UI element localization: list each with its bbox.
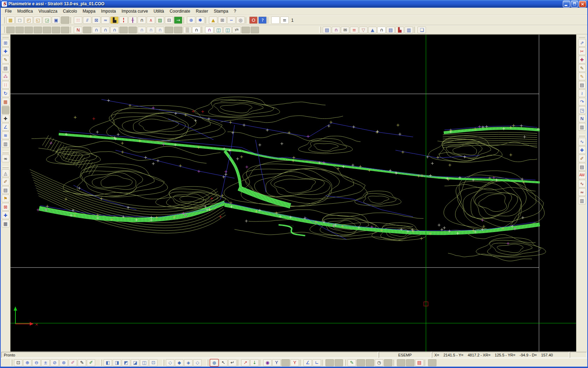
squiggle-add-button[interactable]: ∿ xyxy=(578,180,586,188)
page-add-button[interactable]: ◳ xyxy=(578,106,586,114)
menu-mappa[interactable]: Mappa xyxy=(80,8,98,15)
view-cube-3-button[interactable]: ◩ xyxy=(122,359,130,366)
notepad-2-button[interactable]: ▤ xyxy=(578,163,586,171)
arch-plain-button[interactable]: ∩ xyxy=(110,27,119,33)
measure-drop-button[interactable]: ↓ xyxy=(250,359,259,366)
menu-coordinate[interactable]: Coordinate xyxy=(167,8,193,15)
arch-purple-box-button[interactable]: ∩ xyxy=(205,27,214,33)
view-diamond-1-button[interactable]: ◇ xyxy=(166,359,174,366)
tombstone-button[interactable]: ∩ xyxy=(192,27,201,33)
calc-notes-2-button[interactable]: ▥ xyxy=(578,197,586,204)
view-diamond-4-button[interactable]: ◇ xyxy=(193,359,202,366)
zoom-window-button[interactable]: ⊡ xyxy=(14,359,22,366)
envelope-arch-button[interactable]: ✉ xyxy=(341,27,349,33)
section-marks-button[interactable]: ╏ xyxy=(119,16,128,24)
color-swatch-button[interactable] xyxy=(271,16,280,24)
edit-polygons-button[interactable]: ⊠ xyxy=(92,16,100,24)
yx-ratio-button[interactable]: y/x xyxy=(232,27,241,33)
rotate-button[interactable]: ↻ xyxy=(2,89,9,97)
stacked-papers-button[interactable]: ❏ xyxy=(418,27,426,33)
minimize-button[interactable] xyxy=(563,1,570,7)
text-strike-button[interactable]: AW xyxy=(578,171,586,179)
curve-tool-button[interactable]: ≀ xyxy=(578,89,586,97)
restore-button[interactable] xyxy=(571,1,578,7)
edit-pencil-button[interactable]: ✎ xyxy=(2,56,9,63)
notes-calc-button[interactable]: ▥ xyxy=(2,140,9,148)
layers-redgreen-button[interactable]: ≡ xyxy=(350,27,358,33)
arch-columns-button[interactable]: ∩ xyxy=(332,27,340,33)
exit-app-button[interactable]: O xyxy=(249,16,258,24)
magnifier-doc-button[interactable]: ◎ xyxy=(236,16,245,24)
doc-cross-red-button[interactable]: ▤ xyxy=(386,27,395,33)
page-new-point-button[interactable]: ⊞ xyxy=(2,39,9,47)
select-sphere-button[interactable]: ● xyxy=(210,359,218,366)
panel-left-button[interactable]: ◫ xyxy=(214,27,223,33)
arch-dashed-plus-button[interactable]: ∩ xyxy=(138,27,146,33)
list-notepad-button[interactable]: ▤ xyxy=(2,64,9,72)
page-triangle-button[interactable]: ◬ xyxy=(2,169,9,177)
export-arrow-button[interactable]: → xyxy=(174,16,182,24)
new-document-button[interactable]: ◻ xyxy=(15,16,24,24)
draw-pencil-button[interactable]: ✎ xyxy=(78,359,86,366)
zoom-lens-button[interactable]: ⊕ xyxy=(187,16,195,24)
zoom-scale-button[interactable]: ± xyxy=(41,359,50,366)
open-pla-file-button[interactable]: ◱ xyxy=(34,16,42,24)
edit-curves-button[interactable]: ≈ xyxy=(101,16,110,24)
close-button[interactable]: × xyxy=(579,1,586,7)
view-cube-5-button[interactable]: ◫ xyxy=(140,359,148,366)
menu-imposta-curve[interactable]: Imposta curve xyxy=(119,8,150,15)
title-bar[interactable]: S Planimetrie e assi - Strato® 13.0-es_p… xyxy=(1,0,587,8)
view-cube-1-button[interactable]: ◧ xyxy=(104,359,112,366)
save-file-button[interactable]: ▣ xyxy=(52,16,60,24)
arch-dashed-tri-button[interactable]: ∩ xyxy=(147,27,155,33)
pencil-edit-button[interactable]: ✎ xyxy=(578,64,586,72)
hand-colors-button[interactable]: ⁂ xyxy=(2,73,9,80)
slope-hat-button[interactable]: ∧ xyxy=(147,16,155,24)
confirm-enter-button[interactable]: ↵ xyxy=(228,359,237,366)
view-diamond-2-button[interactable]: ◆ xyxy=(175,359,183,366)
north-segment-button[interactable]: N xyxy=(578,115,586,122)
arc-arrow-button[interactable]: ↷ xyxy=(578,98,586,105)
menu-utilit-[interactable]: Utilità xyxy=(151,8,167,15)
points-plus-button[interactable]: ∷ xyxy=(2,81,9,89)
move-points-button[interactable]: ✚ xyxy=(2,47,9,55)
flag-colored-button[interactable]: ⚑ xyxy=(2,195,9,202)
menu-imposta[interactable]: Imposta xyxy=(98,8,119,15)
tombstone-white-button[interactable]: ∩ xyxy=(377,27,386,33)
view-cube-4-button[interactable]: ◪ xyxy=(131,359,139,366)
list-notepad-2-button[interactable]: ▤ xyxy=(2,186,9,194)
view-cube-6-button[interactable]: ⊡ xyxy=(149,359,158,366)
page-wave-button[interactable]: ∿ xyxy=(578,138,586,145)
line-style-button[interactable]: ≡ xyxy=(280,16,289,24)
zoom-previous-button[interactable]: ⊘ xyxy=(50,359,59,366)
open-green-file-button[interactable]: ◲ xyxy=(43,16,51,24)
view-cube-2-button[interactable]: ◨ xyxy=(113,359,121,366)
search-binoculars-button[interactable]: ∞ xyxy=(2,155,9,162)
page-diagonal-button[interactable]: ⇗ xyxy=(578,39,586,47)
panel-right-button[interactable]: ◫ xyxy=(223,27,232,33)
polyline-tool-button[interactable]: ∟ xyxy=(313,359,321,366)
section-profile-button[interactable]: ▲ xyxy=(368,27,377,33)
north-arrow-button[interactable]: N xyxy=(74,27,82,33)
move-free-button[interactable]: ✚ xyxy=(2,115,9,122)
calculator-button[interactable]: ▦ xyxy=(2,220,9,227)
paint-brush-button[interactable]: ✐ xyxy=(2,178,9,185)
arch-points-plus-button[interactable]: ∩ xyxy=(92,27,100,33)
help-button[interactable]: ? xyxy=(258,16,267,24)
arch-points-tri-button[interactable]: ∩ xyxy=(101,27,110,33)
select-cursor-button[interactable]: ↖ xyxy=(219,359,227,366)
delete-box-button[interactable]: ⊠ xyxy=(2,203,9,211)
timer-clock-button[interactable]: ◷ xyxy=(375,359,383,366)
edit-points-button[interactable]: ∷ xyxy=(74,16,82,24)
brush-edit-button[interactable]: ✐ xyxy=(578,155,586,162)
axis-cross-button[interactable]: ╂ xyxy=(128,16,137,24)
move-locked-button[interactable]: ✚ xyxy=(578,56,586,63)
menu-file[interactable]: File xyxy=(2,8,14,15)
hatch-green-button[interactable]: ▨ xyxy=(156,16,164,24)
survey-point-button[interactable]: ⊞ xyxy=(218,16,226,24)
pencil-plus-button[interactable]: ✎ xyxy=(578,73,586,80)
draw-settings-button[interactable]: ✎ xyxy=(348,359,356,366)
triangle-plus-button[interactable]: ▲ xyxy=(209,16,217,24)
list-red-button[interactable]: ▤ xyxy=(415,359,424,366)
funnel-button[interactable]: ▽ xyxy=(359,27,368,33)
